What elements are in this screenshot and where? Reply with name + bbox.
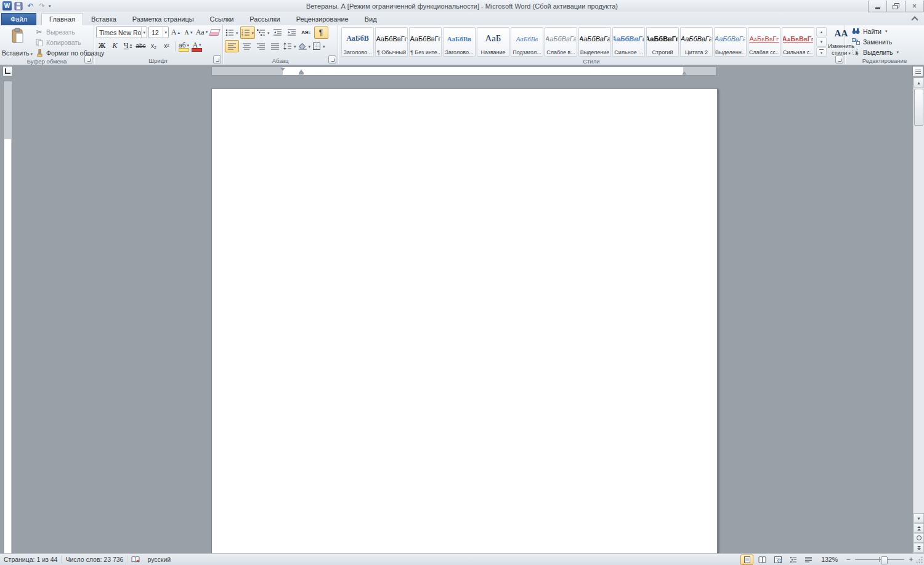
font-size-combobox[interactable]: 12 ▾ xyxy=(148,26,169,38)
tab-главная[interactable]: Главная xyxy=(41,13,83,26)
restore-button[interactable] xyxy=(886,1,906,12)
increase-indent-button[interactable] xyxy=(286,27,299,38)
select-browse-object-button[interactable] xyxy=(914,533,924,543)
paste-button[interactable]: Вставить▾ xyxy=(2,26,33,58)
scroll-up-button[interactable]: ▲ xyxy=(914,78,924,87)
zoom-in-button[interactable]: + xyxy=(907,555,915,564)
align-left-button[interactable] xyxy=(225,40,239,52)
styles-scroll-up-button[interactable]: ▲ xyxy=(816,27,827,36)
strikethrough-button[interactable]: abc xyxy=(135,41,147,52)
clear-formatting-button[interactable] xyxy=(209,27,221,38)
redo-button[interactable]: ↷ xyxy=(37,1,47,11)
qat-customize-dropdown[interactable]: ▾ xyxy=(49,4,51,9)
styles-more-button[interactable]: ▾ xyxy=(816,47,827,57)
subscript-button[interactable]: x₂ xyxy=(148,41,160,52)
zoom-slider-thumb[interactable] xyxy=(881,556,888,564)
decrease-indent-button[interactable] xyxy=(272,27,285,38)
right-indent-marker[interactable] xyxy=(682,71,687,75)
style-item[interactable]: АаБбВЗаголово... xyxy=(341,27,374,57)
tab-файл[interactable]: Файл xyxy=(1,13,36,25)
fullscreen-reading-view-button[interactable] xyxy=(756,555,769,565)
find-button[interactable]: Найти ▾ xyxy=(851,26,922,36)
word-count-indicator[interactable]: Число слов: 23 736 xyxy=(62,556,127,563)
document-page[interactable] xyxy=(211,88,718,554)
minimize-ribbon-button[interactable] xyxy=(910,15,919,22)
tab-рассылки[interactable]: Рассылки xyxy=(241,13,288,25)
clipboard-dialog-launcher[interactable] xyxy=(84,55,92,63)
tab-вставка[interactable]: Вставка xyxy=(83,13,124,25)
word-logo-icon[interactable]: W xyxy=(2,1,12,10)
underline-button[interactable]: Ч▾ xyxy=(122,41,134,52)
tab-stop-selector[interactable] xyxy=(2,66,13,76)
align-center-button[interactable] xyxy=(240,41,253,52)
multilevel-list-button[interactable]: ▾ xyxy=(256,27,270,38)
font-dialog-launcher[interactable] xyxy=(213,55,221,63)
web-layout-view-button[interactable] xyxy=(771,555,784,565)
proofing-status[interactable] xyxy=(128,556,144,563)
style-item[interactable]: АаБбВвГгСильная с... xyxy=(782,27,814,57)
numbering-button[interactable]: 123 ▾ xyxy=(240,26,256,39)
style-item[interactable]: АаБбВвГгВыделение xyxy=(578,27,611,57)
outline-view-button[interactable] xyxy=(787,555,800,565)
page-indicator[interactable]: Страница: 1 из 44 xyxy=(0,556,61,563)
next-page-button[interactable] xyxy=(914,543,924,553)
title-bar[interactable]: W ↶ ↷ ▾ Ветераны. А [Режим ограниченной … xyxy=(0,0,924,12)
style-item[interactable]: АаБбВвПодзагол... xyxy=(511,27,543,57)
style-item[interactable]: АаБбВвГгСлабое в... xyxy=(545,27,577,57)
tab-разметка-страницы[interactable]: Разметка страницы xyxy=(124,13,202,25)
horizontal-ruler[interactable] xyxy=(211,67,716,76)
show-formatting-marks-button[interactable]: ¶ xyxy=(314,26,328,39)
vertical-scrollbar[interactable]: ▲ ▼ xyxy=(913,78,924,554)
justify-button[interactable] xyxy=(269,41,282,52)
borders-button[interactable]: ▾ xyxy=(312,41,326,52)
select-button[interactable]: Выделить ▾ xyxy=(851,47,922,57)
style-item[interactable]: АаБбВвГг,Строгий xyxy=(646,27,679,57)
first-line-indent-marker[interactable] xyxy=(280,68,285,71)
close-button[interactable]: × xyxy=(905,1,924,12)
sort-button[interactable]: АЯ↓ xyxy=(300,27,313,38)
shrink-font-button[interactable]: А▼ xyxy=(183,27,195,38)
previous-page-button[interactable] xyxy=(914,523,924,533)
scrollbar-thumb[interactable] xyxy=(914,89,923,126)
styles-scroll-down-button[interactable]: ▼ xyxy=(816,37,827,46)
style-item[interactable]: АаБбВвГг¶ Обычный xyxy=(375,27,408,57)
zoom-out-button[interactable]: − xyxy=(844,555,853,564)
vertical-ruler[interactable] xyxy=(3,81,12,554)
minimize-button[interactable] xyxy=(868,1,887,12)
tab-рецензирование[interactable]: Рецензирование xyxy=(288,13,357,25)
line-spacing-button[interactable]: ▾ xyxy=(283,41,297,52)
style-item[interactable]: АаБбВвГгЦитата 2 xyxy=(680,27,713,57)
style-item[interactable]: АаБбВвГгСильное ... xyxy=(612,27,645,57)
shading-button[interactable]: ▾ xyxy=(298,41,312,52)
tab-ссылки[interactable]: Ссылки xyxy=(202,13,242,25)
save-button[interactable] xyxy=(14,1,23,11)
highlight-color-button[interactable]: аб▾ xyxy=(178,39,190,52)
italic-button[interactable]: К xyxy=(109,41,121,52)
replace-button[interactable]: Заменить xyxy=(851,37,922,46)
zoom-slider[interactable] xyxy=(855,555,904,564)
draft-view-button[interactable] xyxy=(802,555,815,565)
bold-button[interactable]: Ж xyxy=(96,41,108,52)
superscript-button[interactable]: x² xyxy=(161,41,172,52)
paragraph-dialog-launcher[interactable] xyxy=(328,55,336,63)
resize-grip[interactable] xyxy=(915,556,923,564)
zoom-level[interactable]: 132% xyxy=(817,556,841,563)
style-item[interactable]: АаБбВвГгВыделенн... xyxy=(714,27,747,57)
bullets-button[interactable]: ▾ xyxy=(225,27,239,38)
left-indent-marker[interactable] xyxy=(299,73,304,75)
language-indicator[interactable]: русский xyxy=(144,556,174,563)
style-item[interactable]: АаБбВвГг¶ Без инте... xyxy=(409,27,442,57)
scroll-down-button[interactable]: ▼ xyxy=(914,513,924,523)
grow-font-button[interactable]: А▲ xyxy=(170,27,182,38)
style-item[interactable]: АаБНазвание xyxy=(477,27,509,57)
font-color-button[interactable]: А▾ xyxy=(191,39,203,52)
change-case-button[interactable]: Аа▾ xyxy=(196,27,208,38)
font-name-combobox[interactable]: Times New Ro ▾ xyxy=(96,26,147,38)
style-item[interactable]: АаБбВвГгСлабая сс... xyxy=(748,27,780,57)
print-layout-view-button[interactable] xyxy=(740,555,753,565)
style-item[interactable]: АаБбВвЗаголово... xyxy=(443,27,476,57)
ruler-toggle-button[interactable] xyxy=(912,66,923,77)
tab-вид[interactable]: Вид xyxy=(357,13,385,25)
align-right-button[interactable] xyxy=(254,41,267,52)
undo-button[interactable]: ↶ xyxy=(25,1,35,11)
